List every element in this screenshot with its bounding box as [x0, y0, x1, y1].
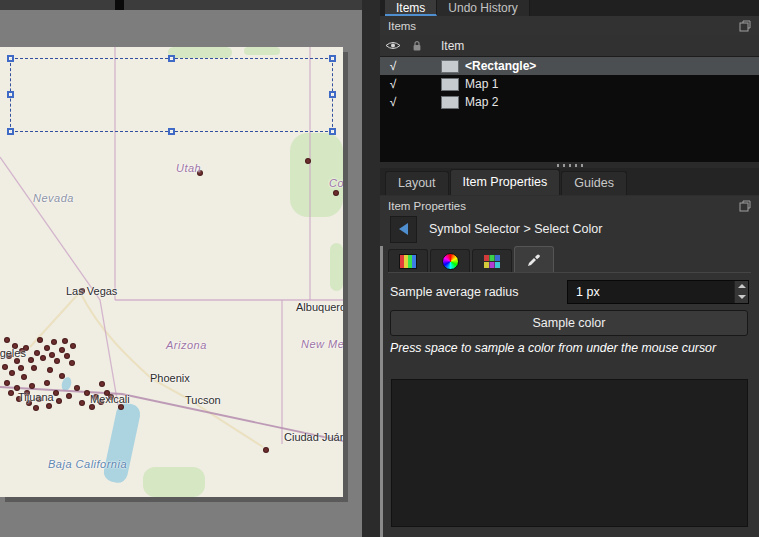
city-label-los-angeles: Los Angeles	[0, 347, 26, 359]
tab-color-wheel[interactable]	[430, 249, 470, 272]
tab-item-properties[interactable]: Item Properties	[450, 169, 561, 195]
float-panel-icon[interactable]	[739, 20, 751, 32]
back-button[interactable]	[390, 216, 417, 243]
map-point	[31, 365, 37, 371]
item-thumbnail	[441, 60, 459, 73]
sample-radius-value[interactable]: 1 px	[568, 285, 734, 299]
sampler-help-text: Press space to sample a color from under…	[390, 340, 737, 356]
sample-radius-spinbox[interactable]: 1 px	[567, 280, 749, 304]
map-point	[305, 158, 311, 164]
item-column-header: Item	[428, 39, 759, 53]
tab-undo-history[interactable]: Undo History	[437, 0, 529, 16]
eye-icon	[380, 40, 406, 51]
state-label-baja-california: Baja California	[48, 458, 127, 470]
visibility-checkbox[interactable]: √	[380, 95, 406, 109]
state-label-colorado: Colorado	[329, 177, 343, 189]
state-label-new-mexico: New Mexico	[301, 338, 343, 350]
map-point	[56, 398, 62, 404]
map-point	[8, 390, 14, 396]
items-panel-title: Items	[388, 20, 416, 32]
item-row-map-1[interactable]: √ Map 1	[380, 75, 759, 93]
qgis-layout-window: NevadaUtahColoradoArizonaNew MexicoBaja …	[0, 0, 759, 537]
color-swatches-icon	[484, 255, 500, 268]
city-label-las-vegas: Las Vegas	[66, 285, 117, 297]
color-wheel-icon	[442, 253, 459, 270]
item-row-map-2[interactable]: √ Map 2	[380, 93, 759, 111]
spin-up-button[interactable]	[735, 281, 748, 292]
float-panel-icon[interactable]	[739, 200, 751, 212]
map-point	[62, 338, 68, 344]
spin-down-button[interactable]	[735, 292, 748, 303]
map-point	[263, 447, 269, 453]
layout-canvas[interactable]: NevadaUtahColoradoArizonaNew MexicoBaja …	[0, 0, 362, 537]
item-label: Map 2	[465, 95, 498, 109]
visibility-checkbox[interactable]: √	[380, 59, 406, 73]
tab-items[interactable]: Items	[385, 0, 437, 16]
map-point	[74, 385, 80, 391]
tab-color-swatches[interactable]	[472, 249, 512, 272]
selection-handle-w[interactable]	[7, 91, 14, 98]
breadcrumb-text: Symbol Selector > Select Color	[429, 222, 602, 236]
item-properties-title-bar: Item Properties	[380, 196, 759, 215]
city-label-tucson: Tucson	[185, 394, 221, 406]
city-label-phoenix: Phoenix	[150, 372, 190, 384]
map-point	[64, 353, 70, 359]
items-panel-title-bar: Items	[380, 16, 759, 35]
map-point	[59, 373, 65, 379]
dock-tab-bar: ItemsUndo History	[380, 0, 759, 16]
panel-scrollbar[interactable]	[380, 246, 383, 537]
map-point	[69, 360, 75, 366]
tab-color-ramp[interactable]	[388, 249, 428, 272]
selection-handle-ne[interactable]	[329, 55, 336, 62]
sampled-color-preview	[391, 379, 748, 527]
sample-color-button[interactable]: Sample color	[390, 310, 748, 336]
item-thumbnail	[441, 96, 459, 109]
breadcrumb: Symbol Selector > Select Color	[390, 216, 749, 242]
map-point	[9, 370, 15, 376]
item-label: Map 1	[465, 77, 498, 91]
selection-handle-nw[interactable]	[7, 55, 14, 62]
tab-guides[interactable]: Guides	[561, 171, 627, 195]
map-point	[49, 352, 55, 358]
map-point	[18, 365, 24, 371]
map-point	[54, 358, 60, 364]
city-label-albuquerque: Albuquerque	[296, 301, 343, 313]
items-rows: √ <Rectangle> √ Map 1 √ Map 2	[380, 57, 759, 111]
map-point	[44, 380, 50, 386]
item-label: <Rectangle>	[465, 59, 536, 73]
map-point	[47, 367, 53, 373]
map-point	[59, 347, 65, 353]
map-point	[44, 345, 50, 351]
selection-handle-n[interactable]	[168, 55, 175, 62]
eyedropper-icon	[526, 252, 542, 268]
selection-handle-sw[interactable]	[7, 128, 14, 135]
map-point	[4, 380, 10, 386]
state-label-arizona: Arizona	[166, 339, 207, 351]
map-point	[51, 339, 57, 345]
city-label-mexicali: Mexicali	[90, 393, 130, 405]
selection-handle-e[interactable]	[329, 91, 336, 98]
right-dock: ItemsUndo History Items Item √ <Rectangl…	[380, 0, 759, 537]
map-point	[33, 405, 39, 411]
city-label-tijuana: Tijuana	[18, 391, 54, 403]
map-point	[66, 393, 72, 399]
tab-color-sampler[interactable]	[514, 246, 554, 272]
color-ramp-icon	[399, 254, 417, 269]
map-point	[28, 357, 34, 363]
city-label-ciudad-ju-rez: Ciudad Juárez	[284, 431, 343, 443]
items-tree-header: Item	[380, 35, 759, 57]
map-point	[99, 381, 105, 387]
visibility-checkbox[interactable]: √	[380, 77, 406, 91]
map-point	[79, 400, 85, 406]
sample-radius-row: Sample average radius 1 px	[390, 279, 749, 304]
selection-handle-s[interactable]	[168, 128, 175, 135]
item-row--rectangle-[interactable]: √ <Rectangle>	[380, 57, 759, 75]
sample-radius-label: Sample average radius	[390, 285, 519, 299]
map-point	[29, 383, 35, 389]
tab-layout[interactable]: Layout	[385, 171, 449, 195]
splitter-dots-icon	[557, 164, 583, 167]
selection-handle-se[interactable]	[329, 128, 336, 135]
selection-rectangle[interactable]	[10, 58, 333, 132]
map-point	[46, 403, 52, 409]
ruler-mark	[115, 0, 124, 10]
